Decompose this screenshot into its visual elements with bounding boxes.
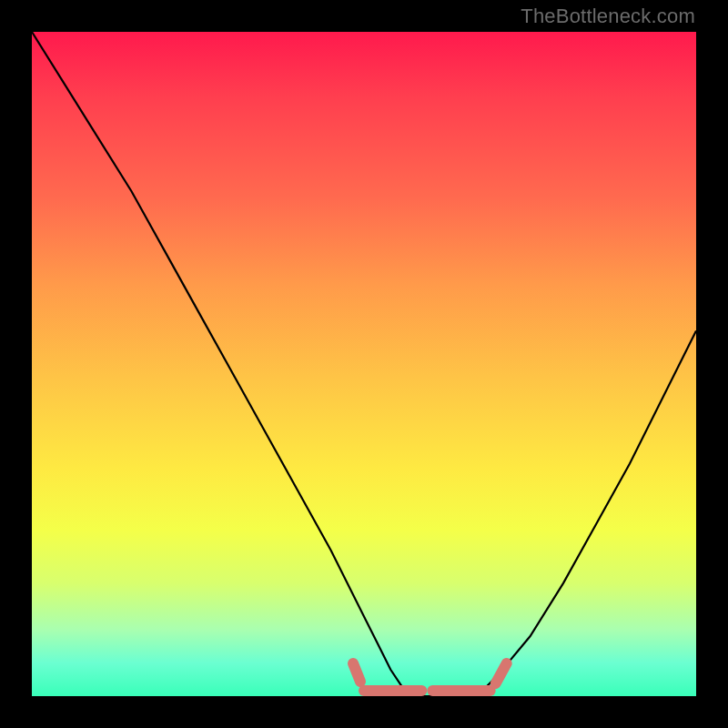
chart-frame: TheBottleneck.com bbox=[0, 0, 728, 728]
chart-overlay bbox=[32, 32, 696, 696]
bottleneck-curve bbox=[32, 32, 696, 696]
svg-line-0 bbox=[353, 663, 360, 682]
attribution-text: TheBottleneck.com bbox=[521, 5, 695, 28]
svg-line-3 bbox=[496, 663, 507, 683]
flat-region-marker bbox=[353, 663, 507, 691]
